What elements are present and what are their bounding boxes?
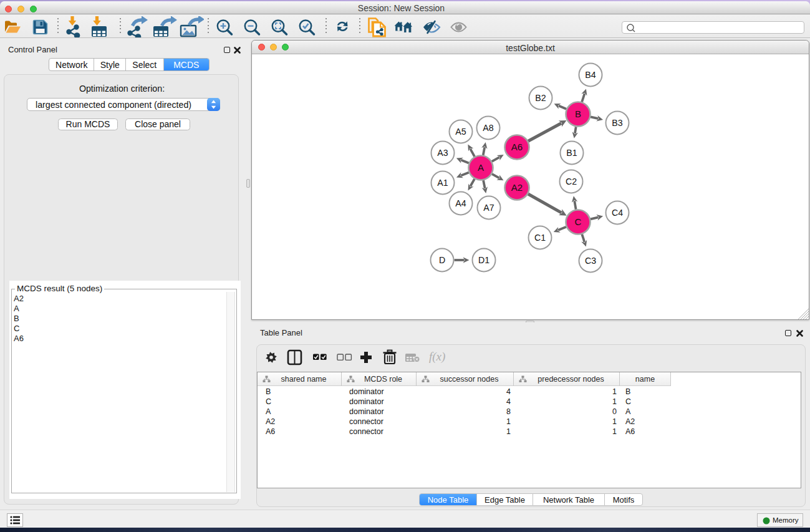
svg-text:B: B [575, 109, 581, 119]
svg-text:A5: A5 [455, 127, 466, 137]
svg-text:A4: A4 [455, 198, 466, 208]
svg-text:D: D [439, 255, 445, 265]
svg-text:A8: A8 [483, 123, 493, 133]
svg-text:C: C [575, 216, 582, 227]
svg-text:C4: C4 [612, 208, 623, 218]
svg-text:A7: A7 [483, 203, 494, 213]
svg-text:B4: B4 [585, 70, 595, 80]
svg-text:C2: C2 [566, 177, 577, 186]
svg-text:A3: A3 [437, 148, 448, 158]
svg-text:D1: D1 [478, 255, 489, 265]
svg-text:C3: C3 [585, 256, 596, 266]
svg-text:B3: B3 [612, 118, 622, 128]
svg-text:B2: B2 [535, 93, 546, 103]
svg-text:B1: B1 [566, 148, 577, 158]
svg-text:C1: C1 [534, 233, 546, 243]
svg-text:A6: A6 [511, 142, 523, 152]
svg-text:A1: A1 [437, 178, 448, 188]
svg-text:A2: A2 [511, 182, 523, 193]
svg-text:A: A [478, 162, 484, 173]
